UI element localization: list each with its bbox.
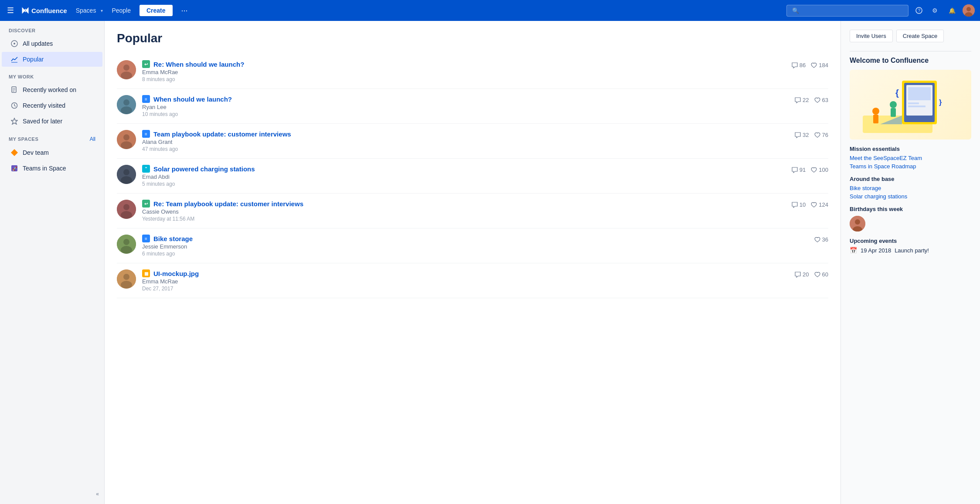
svg-point-38 [123, 274, 129, 280]
discover-label: DISCOVER [0, 21, 104, 36]
like-stat: 36 [814, 236, 828, 243]
comment-stat: 86 [792, 62, 806, 68]
comment-stat: 10 [792, 201, 806, 208]
type-badge: ≡ [142, 235, 150, 242]
hamburger-icon[interactable]: ☰ [5, 4, 16, 17]
dev-team-label: Dev team [23, 149, 49, 156]
notifications-icon[interactable]: 🔔 [946, 4, 958, 17]
svg-rect-44 [908, 87, 931, 100]
spaces-nav[interactable]: Spaces ▾ [72, 5, 103, 16]
svg-point-35 [123, 239, 129, 245]
svg-point-55 [855, 219, 860, 225]
sidebar-item-popular[interactable]: Popular [2, 52, 102, 67]
user-avatar[interactable] [963, 4, 975, 17]
feed-content: ↩ Re: When should we launch? Emma McRae … [142, 60, 786, 82]
feed-item-1: ↩ Re: When should we launch? Emma McRae … [117, 54, 828, 89]
feed-timestamp: 47 minutes ago [142, 146, 789, 152]
feed-stats: 22 63 [795, 95, 828, 103]
feed-author: Jessie Emmerson [142, 243, 808, 250]
sidebar-item-dev-team[interactable]: Dev team [2, 145, 102, 160]
feed-title-2[interactable]: ≡ When should we launch? [142, 95, 789, 103]
feed-author: Emma McRae [142, 69, 786, 75]
svg-rect-52 [873, 115, 878, 123]
all-updates-label: All updates [23, 40, 53, 47]
sidebar-item-all-updates[interactable]: All updates [2, 36, 102, 51]
feed-content: ≡ Team playbook update: customer intervi… [142, 130, 789, 152]
around-base-heading: Around the base [850, 176, 971, 182]
base-link-1[interactable]: Bike storage [850, 185, 971, 191]
my-spaces-label: MY SPACES [9, 136, 38, 142]
main-feed: Popular ↩ Re: When should we launch? Emm… [105, 21, 840, 504]
feed-title-7[interactable]: ▦ UI-mockup.jpg [142, 269, 789, 277]
svg-rect-45 [908, 102, 919, 104]
feed-item-5: ↩ Re: Team playbook update: customer int… [117, 194, 828, 228]
right-actions: Invite Users Create Space [850, 30, 971, 42]
feed-author: Alana Grant [142, 139, 789, 145]
settings-icon[interactable]: ⚙ [929, 4, 942, 17]
feed-title-4[interactable]: " Solar powered charging stations [142, 165, 786, 173]
create-button[interactable]: Create [140, 5, 173, 16]
welcome-svg: { } [854, 72, 967, 137]
feed-title-6[interactable]: ≡ Bike storage [142, 235, 808, 242]
document-icon [10, 86, 18, 94]
sidebar-item-recently-visited[interactable]: Recently visited [2, 98, 102, 113]
my-spaces-header: MY SPACES All [0, 129, 104, 145]
svg-text:✕: ✕ [22, 7, 27, 14]
svg-point-21 [121, 72, 132, 79]
comment-stat: 20 [795, 271, 809, 278]
feed-item-2: ≡ When should we launch? Ryan Lee 10 min… [117, 89, 828, 124]
page-title: Popular [117, 31, 828, 45]
teams-in-space-label: Teams in Space [23, 165, 66, 172]
star-icon [10, 117, 18, 125]
feed-avatar [117, 200, 136, 219]
feed-avatar [117, 60, 136, 79]
feed-item-3: ≡ Team playbook update: customer intervi… [117, 124, 828, 159]
confluence-x-icon: ✕ [21, 6, 30, 15]
my-work-label: MY WORK [0, 67, 104, 82]
svg-rect-46 [908, 106, 926, 107]
feed-avatar [117, 95, 136, 114]
more-button[interactable]: ··· [178, 4, 191, 17]
like-stat: 76 [814, 132, 828, 138]
feed-content: ▦ UI-mockup.jpg Emma McRae Dec 27, 2017 [142, 269, 789, 292]
svg-point-39 [121, 281, 132, 289]
feed-author: Emad Abdi [142, 174, 786, 180]
sidebar-item-recently-worked[interactable]: Recently worked on [2, 82, 102, 97]
search-bar[interactable]: 🔍 [786, 5, 909, 17]
type-badge: ≡ [142, 130, 150, 138]
mission-link-1[interactable]: Meet the SeeSpaceEZ Team [850, 155, 971, 161]
event-title: Launch party! [895, 247, 929, 254]
mission-link-2[interactable]: Teams in Space Roadmap [850, 163, 971, 170]
base-link-2[interactable]: Solar charging stations [850, 193, 971, 200]
svg-point-20 [123, 65, 129, 71]
feed-author: Cassie Owens [142, 208, 786, 215]
people-link[interactable]: People [108, 5, 134, 16]
feed-title-1[interactable]: ↩ Re: When should we launch? [142, 60, 786, 68]
svg-point-29 [123, 169, 129, 175]
feed-item-4: " Solar powered charging stations Emad A… [117, 159, 828, 194]
svg-point-36 [121, 246, 132, 254]
confluence-logo: ✕ Confluence [21, 6, 67, 15]
sidebar-item-teams-in-space[interactable]: 🚀 Teams in Space [2, 161, 102, 176]
svg-rect-50 [891, 108, 896, 117]
feed-content: ↩ Re: Team playbook update: customer int… [142, 200, 786, 222]
feed-author: Emma McRae [142, 278, 789, 285]
birthdays-heading: Birthdays this week [850, 206, 971, 212]
invite-users-button[interactable]: Invite Users [850, 30, 893, 42]
sidebar-collapse-btn[interactable]: « [0, 487, 104, 501]
like-stat: 124 [811, 201, 828, 208]
feed-container: ↩ Re: When should we launch? Emma McRae … [117, 54, 828, 298]
feed-title-3[interactable]: ≡ Team playbook update: customer intervi… [142, 130, 789, 138]
svg-text:⚙: ⚙ [932, 7, 938, 14]
svg-marker-15 [11, 118, 17, 124]
like-stat: 184 [811, 62, 828, 68]
feed-title-5[interactable]: ↩ Re: Team playbook update: customer int… [142, 200, 786, 208]
svg-point-24 [121, 106, 132, 114]
svg-text:🔔: 🔔 [949, 7, 956, 14]
sidebar-item-saved[interactable]: Saved for later [2, 114, 102, 129]
all-spaces-link[interactable]: All [90, 136, 95, 142]
feed-avatar [117, 130, 136, 149]
spaces-link[interactable]: Spaces [72, 5, 100, 16]
help-icon[interactable]: ? [913, 4, 925, 17]
create-space-button[interactable]: Create Space [896, 30, 944, 42]
